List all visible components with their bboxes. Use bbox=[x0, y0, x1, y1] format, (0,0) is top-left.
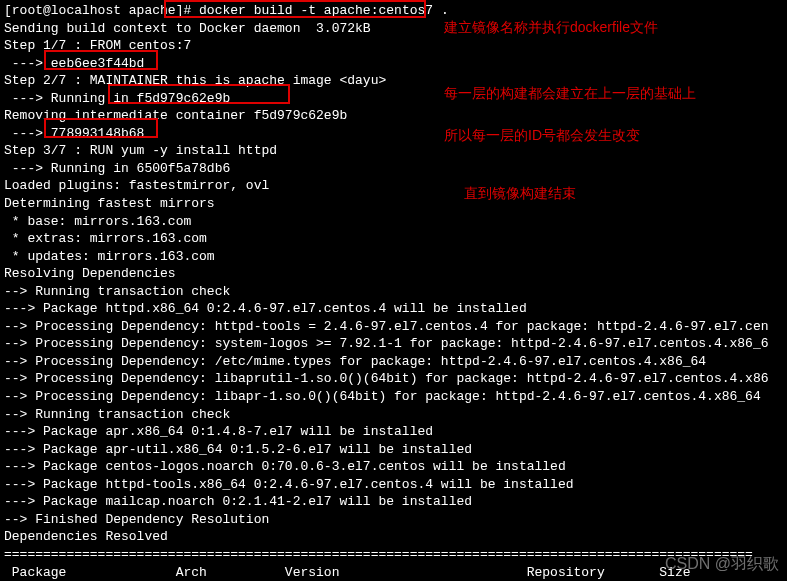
output-line: --> Processing Dependency: httpd-tools =… bbox=[4, 318, 783, 336]
watermark: CSDN @羽织歌 bbox=[665, 553, 779, 575]
output-line: Loaded plugins: fastestmirror, ovl bbox=[4, 177, 783, 195]
output-line: Step 1/7 : FROM centos:7 bbox=[4, 37, 783, 55]
output-line: --> Processing Dependency: libapr-1.so.0… bbox=[4, 388, 783, 406]
output-line: Step 3/7 : RUN yum -y install httpd bbox=[4, 142, 783, 160]
output-line: ---> Package apr-util.x86_64 0:1.5.2-6.e… bbox=[4, 441, 783, 459]
output-line: ---> Package httpd.x86_64 0:2.4.6-97.el7… bbox=[4, 300, 783, 318]
output-line: ---> Package centos-logos.noarch 0:70.0.… bbox=[4, 458, 783, 476]
output-line: ---> eeb6ee3f44bd bbox=[4, 55, 783, 73]
output-line: ---> Running in 6500f5a78db6 bbox=[4, 160, 783, 178]
output-line: ---> 778993148b68 bbox=[4, 125, 783, 143]
prompt-line: [root@localhost apache]# docker build -t… bbox=[4, 2, 783, 20]
command: docker build -t apache:centos7 . bbox=[199, 3, 449, 18]
output-line: ---> Package apr.x86_64 0:1.4.8-7.el7 wi… bbox=[4, 423, 783, 441]
output-line: --> Running transaction check bbox=[4, 283, 783, 301]
output-line: Dependencies Resolved bbox=[4, 528, 783, 546]
output-line: * updates: mirrors.163.com bbox=[4, 248, 783, 266]
output-line: Resolving Dependencies bbox=[4, 265, 783, 283]
output-line: * base: mirrors.163.com bbox=[4, 213, 783, 231]
output-line: ---> Package mailcap.noarch 0:2.1.41-2.e… bbox=[4, 493, 783, 511]
output-line: --> Finished Dependency Resolution bbox=[4, 511, 783, 529]
annotation-2: 每一层的构建都会建立在上一层的基础上 bbox=[444, 84, 696, 103]
output-line: Removing intermediate container f5d979c6… bbox=[4, 107, 783, 125]
annotation-1: 建立镜像名称并执行dockerfile文件 bbox=[444, 18, 658, 37]
prompt: [root@localhost apache]# bbox=[4, 3, 199, 18]
annotation-3: 所以每一层的ID号都会发生改变 bbox=[444, 126, 640, 145]
output-line: --> Processing Dependency: system-logos … bbox=[4, 335, 783, 353]
output-line: ---> Package httpd-tools.x86_64 0:2.4.6-… bbox=[4, 476, 783, 494]
output-line: Determining fastest mirrors bbox=[4, 195, 783, 213]
output-line: Sending build context to Docker daemon 3… bbox=[4, 20, 783, 38]
output-line: * extras: mirrors.163.com bbox=[4, 230, 783, 248]
annotation-4: 直到镜像构建结束 bbox=[464, 184, 576, 203]
output-line: --> Processing Dependency: /etc/mime.typ… bbox=[4, 353, 783, 371]
output-line: --> Processing Dependency: libaprutil-1.… bbox=[4, 370, 783, 388]
output-line: --> Running transaction check bbox=[4, 406, 783, 424]
